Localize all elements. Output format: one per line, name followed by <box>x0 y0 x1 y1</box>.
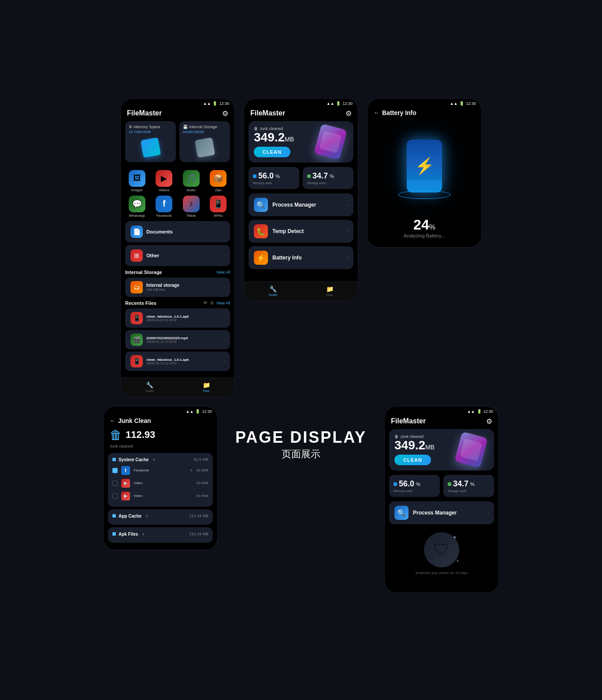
clean-button-5[interactable]: CLEAN <box>394 455 431 465</box>
storage-stat-5: 34.7% Storage used <box>443 475 494 497</box>
video-checkbox-2[interactable] <box>112 493 118 499</box>
status-bar-5: ▲▲ 🔋 12:30 <box>385 407 498 415</box>
documents-menu[interactable]: 📄 Documents › <box>125 221 230 242</box>
mp4-thumb: 🎬 <box>130 333 143 346</box>
expand-icon: ∧ <box>152 457 156 462</box>
facebook-expand-icon: ∧ <box>190 468 193 472</box>
toolkit-nav-icon: 🔧 <box>146 381 153 389</box>
sparkle-1: ✦ <box>453 534 457 541</box>
junk-back-button[interactable]: ← <box>110 417 115 424</box>
nav-toolkit-1[interactable]: 🔧 Toolkit <box>145 381 154 393</box>
signal-icon-2: ▲▲ <box>327 101 334 106</box>
app-tiktok[interactable]: ♪ Tiktok <box>179 196 203 218</box>
app-audio[interactable]: 🎵 Audio <box>179 170 203 192</box>
protected-section: 🛡 ✦ ✦ protected your phone for 33 days <box>385 528 498 579</box>
facebook-label: Facebook <box>156 214 172 218</box>
file-item-2[interactable]: 📱 clean_fabulous_1.0.1.apk 20220-01-12 1… <box>125 352 230 371</box>
memory-space-card[interactable]: ⚙Memory Space 10.7GB/15GB <box>125 121 176 162</box>
recents-view-all[interactable]: View All <box>216 301 230 305</box>
other-menu[interactable]: ⊞ Other › <box>125 245 230 266</box>
app-cache-expand: ∨ <box>145 514 149 518</box>
apk-expand: ∨ <box>142 532 145 536</box>
battery-header: ← Battery Info <box>368 107 481 120</box>
recents-title: Recents Files <box>125 300 156 306</box>
screen2-toolkit: ▲▲ 🔋 12:30 FileMaster ⚙ 🗑 Junk cleaned 3… <box>244 98 358 302</box>
clean-button[interactable]: CLEAN <box>254 147 290 157</box>
time-display-5: 12:30 <box>483 409 494 414</box>
settings-icon-2[interactable]: ⚙ <box>346 109 352 118</box>
app-whatsapp[interactable]: 💬 WhatsApp <box>125 196 149 218</box>
file-item-1[interactable]: 🎬 20200702100023325.mp4 20220-01-12 11:2… <box>125 330 230 349</box>
stats-row: 56.0% Memory used 34.7% Storage used <box>249 167 353 189</box>
memory-value: 10.7GB/15GB <box>129 130 172 134</box>
internal-view-all[interactable]: View All <box>216 270 230 274</box>
facebook-sub-item[interactable]: ✓ f Facebook ∧ 30.5MB <box>112 464 208 477</box>
video-checkbox-1[interactable] <box>112 481 118 486</box>
app-cache-dot <box>112 514 116 518</box>
battery-illustration: ⚡ <box>402 137 446 195</box>
phone-illustration <box>317 126 348 157</box>
app-cache-size: 112.34 MB <box>189 514 208 518</box>
images-icon: 🖼 <box>129 170 145 187</box>
app-header-2: FileMaster ⚙ <box>244 107 358 121</box>
file-item-0[interactable]: 📱 clean_fabulous_1.0.1.apk 20220-01-12 1… <box>125 308 230 328</box>
process-manager-label: Process Manager <box>272 202 316 208</box>
app-videos[interactable]: ▶ Videos <box>152 170 176 192</box>
app-zips[interactable]: 📦 Zips <box>207 170 230 192</box>
app-title-2: FileMaster <box>250 109 285 117</box>
app-apks[interactable]: 📱 APKs <box>207 196 230 218</box>
whatsapp-icon: 💬 <box>129 196 145 212</box>
documents-label: Documents <box>146 229 173 234</box>
nav-files-2[interactable]: 📁 Files <box>326 285 334 296</box>
video-size-2: 30.5MB <box>196 494 208 498</box>
battery-content: ⚡ 24% Analyzing Battery... <box>368 120 481 247</box>
internal-storage-item[interactable]: 🗂 Internal storage 154 GB free › <box>125 278 230 297</box>
nav-files-1[interactable]: 📁 Files <box>203 381 210 393</box>
other-icon: ⊞ <box>130 249 143 262</box>
battery-info-item[interactable]: ⚡ Battery Info › <box>249 246 353 269</box>
settings-icon-5[interactable]: ⚙ <box>486 417 492 426</box>
phone-illustration-5 <box>458 434 489 465</box>
process-manager-label-5: Process Manager <box>413 510 457 516</box>
app-cache-header[interactable]: App Cache ∨ 112.34 MB <box>112 514 208 519</box>
time-display-2: 12:30 <box>342 101 353 106</box>
temp-detect-item[interactable]: 🐛 Temp Detect › <box>249 220 353 243</box>
settings-icon[interactable]: ⚙ <box>222 109 228 118</box>
process-manager-item[interactable]: 🔍 Process Manager › <box>249 193 353 216</box>
app-facebook[interactable]: f Facebook <box>152 196 176 218</box>
videos-label: Videos <box>159 188 169 192</box>
process-manager-icon-5: 🔍 <box>394 506 409 520</box>
system-cache-dot <box>112 458 116 461</box>
junk-amount-row: 🗑 112.93MB <box>108 428 213 442</box>
process-manager-item-5[interactable]: 🔍 Process Manager › <box>389 501 494 524</box>
apk-files-header[interactable]: Apk Files ∨ 112.34 MB <box>112 532 208 537</box>
screen5-process: ▲▲ 🔋 12:30 FileMaster ⚙ 🗑 Junk cleaned 3… <box>384 406 499 593</box>
app-images[interactable]: 🖼 Images <box>125 170 149 192</box>
nav-toolkit-2[interactable]: 🔧 Toolkit <box>268 285 277 296</box>
storage-item-info: Internal storage 154 GB free <box>146 283 179 292</box>
back-button[interactable]: ← <box>374 109 379 116</box>
facebook-sub-name: Facebook <box>134 468 185 472</box>
signal-icon: ▲▲ <box>203 101 211 106</box>
video-sub-item-2[interactable]: ▶ Video 30.5MB <box>112 489 208 502</box>
battery-body: ⚡ <box>407 140 442 193</box>
battery-info-icon: ⚡ <box>254 251 268 265</box>
battery-info-label: Battery Info <box>272 255 302 261</box>
system-cache-size: 91.5 MB <box>193 457 208 462</box>
page-display-container: PAGE DISPLAY 页面展示 <box>227 406 375 483</box>
tiktok-label: Tiktok <box>186 214 196 218</box>
facebook-checkbox[interactable]: ✓ <box>112 468 118 473</box>
apks-label: APKs <box>214 214 223 218</box>
signal-icon-4: ▲▲ <box>186 409 194 414</box>
junk-size-5: 349.2MB <box>394 439 454 452</box>
apk-files-name: Apk Files <box>119 532 138 537</box>
audio-icon: 🎵 <box>183 170 200 187</box>
video-sub-item-1[interactable]: ▶ Video 30.5MB <box>112 477 208 489</box>
system-cache-header[interactable]: System Cache ∧ 91.5 MB <box>112 457 208 462</box>
memory-dot-5 <box>394 482 397 486</box>
battery-icon-5: 🔋 <box>477 409 482 414</box>
internal-storage-card[interactable]: 💾Internal Storage 64GB/128GB <box>179 121 230 162</box>
trash-icon: 🗑 <box>110 428 122 442</box>
apk-files-section: Apk Files ∨ 112.34 MB <box>108 527 213 543</box>
recents-section-header: Recents Files 👁 ⊘ View All <box>125 300 230 306</box>
